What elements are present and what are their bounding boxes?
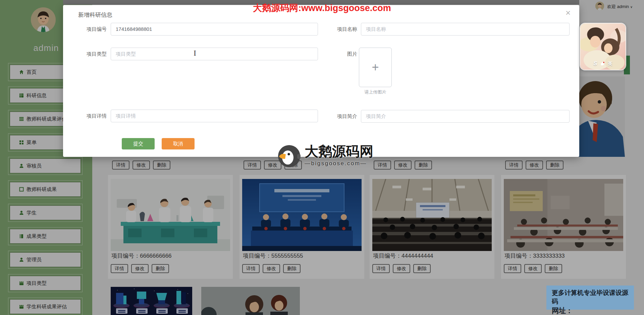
- project-intro-label: 项目简介: [326, 113, 357, 120]
- project-name-label: 项目名称: [326, 26, 357, 33]
- project-name-input[interactable]: 项目名称: [361, 23, 570, 36]
- plus-icon: +: [372, 60, 379, 74]
- watermark: 大鹅源码网 —bigsgoose.com—: [277, 144, 373, 168]
- promo-box: 更多计算机专业毕设课设源码 网址：www.bigsgoose.com: [546, 286, 634, 310]
- project-no-label: 项目编号: [76, 26, 107, 33]
- submit-button[interactable]: 提交: [122, 138, 155, 149]
- project-type-input[interactable]: 项目类型: [111, 48, 318, 60]
- ad-overlay[interactable]: S 英: [580, 23, 626, 70]
- image-upload-box[interactable]: +: [359, 48, 392, 87]
- project-intro-input[interactable]: 项目简介: [361, 110, 570, 123]
- page: admin 首页科研信息教师科研成果评估菜单审核员教师科研成果学生成果类型管理员…: [0, 0, 644, 315]
- site-banner: 大鹅源码网:www.bigsgoose.com: [0, 2, 644, 14]
- dove-icon: [600, 61, 605, 66]
- project-type-label: 项目类型: [76, 51, 107, 57]
- project-no-input[interactable]: 1741684988801: [111, 23, 318, 36]
- project-detail-input[interactable]: 项目详情: [111, 110, 318, 122]
- ad-watermarks: S 英: [580, 60, 626, 67]
- promo-line2: 网址：www.bigsgoose.com: [552, 306, 634, 315]
- watermark-title: 大鹅源码网: [305, 144, 373, 159]
- ad-label-text: 英: [608, 61, 612, 67]
- promo-line1: 更多计算机专业毕设课设源码: [552, 289, 634, 306]
- watermark-subtitle: —bigsgoose.com—: [305, 160, 373, 167]
- ad-logo-s: S: [593, 60, 597, 67]
- image-label: 图片: [326, 51, 357, 57]
- project-detail-label: 项目详情: [76, 113, 107, 119]
- goose-logo-icon: [277, 144, 301, 168]
- text-cursor-icon: I: [194, 49, 196, 58]
- add-research-modal: 新增科研信息 × 项目编号 1741684988801 项目名称 项目名称 项目…: [63, 5, 579, 157]
- upload-hint: 请上传图片: [355, 89, 396, 95]
- cancel-button[interactable]: 取消: [162, 138, 195, 149]
